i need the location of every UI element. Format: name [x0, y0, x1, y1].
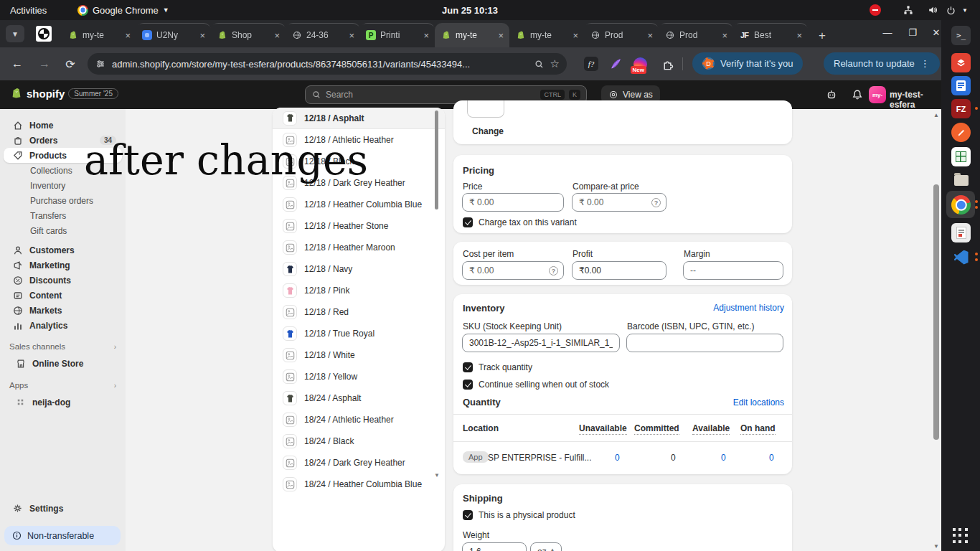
dock-calc-app-icon[interactable] — [951, 147, 971, 166]
adjustment-history-link[interactable]: Adjustment history — [713, 303, 784, 313]
unavailable-value[interactable]: 0 — [615, 453, 620, 463]
bookmark-star-icon[interactable]: ☆ — [550, 57, 560, 70]
variant-row[interactable]: 12/18 / Heather Stone — [273, 215, 445, 237]
compare-price-help-icon[interactable]: ? — [651, 198, 661, 207]
forward-button[interactable]: → — [36, 55, 53, 72]
weight-input[interactable] — [462, 542, 527, 551]
tab-close-icon[interactable]: × — [573, 30, 578, 41]
edition-badge[interactable]: Summer '25 — [68, 88, 118, 99]
extension-feather-icon[interactable] — [607, 55, 624, 72]
browser-tab[interactable]: JFBest× — [733, 23, 808, 47]
col-unavailable[interactable]: Unavailable — [579, 423, 627, 435]
dock-chrome-icon[interactable] — [951, 195, 971, 215]
browser-menu-icon[interactable]: ⋮ — [920, 58, 930, 69]
dock-vscode-icon[interactable] — [951, 248, 971, 267]
window-minimize-button[interactable]: — — [880, 27, 895, 38]
sidebar-item-content[interactable]: Content — [4, 288, 122, 303]
sidebar-item-purchase-orders[interactable]: Purchase orders — [4, 193, 122, 208]
variant-row[interactable]: 12/18 / Red — [273, 301, 445, 323]
dock-report-app-icon[interactable] — [951, 223, 971, 242]
available-value[interactable]: 0 — [721, 453, 726, 463]
tab-close-icon[interactable]: × — [199, 30, 205, 41]
variant-row-selected[interactable]: 12/18 / Asphalt — [273, 108, 445, 129]
variant-row[interactable]: 12/18 / Navy — [273, 258, 445, 280]
browser-tab[interactable]: Shop× — [211, 23, 286, 47]
profit-input[interactable] — [572, 261, 666, 280]
sales-channels-header[interactable]: Sales channels› — [4, 342, 122, 352]
tab-close-icon[interactable]: × — [647, 30, 653, 41]
dock-filezilla-icon[interactable]: FZ — [951, 99, 971, 118]
new-tab-button[interactable]: + — [814, 27, 831, 44]
app-menu[interactable]: Google Chrome ▼ — [77, 0, 169, 20]
shopify-logo[interactable]: shopify Summer '25 — [10, 87, 118, 100]
back-button[interactable]: ← — [9, 55, 26, 72]
sidebar-item-marketing[interactable]: Marketing — [4, 258, 122, 273]
scroll-down-icon[interactable]: ▼ — [933, 543, 939, 550]
charge-tax-checkbox[interactable] — [463, 217, 473, 227]
variant-row[interactable]: 18/24 / Black — [273, 430, 445, 452]
tab-close-icon[interactable]: × — [125, 30, 131, 41]
site-settings-icon[interactable] — [95, 58, 106, 70]
sidebar-item-gift-cards[interactable]: Gift cards — [4, 223, 122, 238]
variant-row[interactable]: 12/18 / Yellow — [273, 366, 445, 387]
barcode-input[interactable] — [626, 334, 783, 352]
variant-row[interactable]: 12/18 / Pink — [273, 280, 445, 301]
store-name[interactable]: my-test-esfera — [890, 90, 941, 110]
sku-input[interactable] — [462, 334, 620, 352]
margin-input[interactable] — [683, 261, 783, 280]
track-quantity-checkbox[interactable] — [463, 362, 473, 372]
network-icon[interactable] — [903, 0, 914, 20]
cost-help-icon[interactable]: ? — [549, 266, 558, 276]
variant-row[interactable]: 12/18 / Heather Maroon — [273, 237, 445, 258]
physical-product-checkbox[interactable] — [463, 510, 473, 520]
tab-search-button[interactable]: ▼ — [6, 25, 24, 42]
sidebar-item-online-store[interactable]: Online Store — [4, 356, 122, 371]
volume-icon[interactable] — [927, 0, 938, 20]
zoom-icon[interactable] — [534, 59, 545, 70]
continue-selling-checkbox[interactable] — [463, 380, 473, 390]
page-scrollbar-thumb[interactable] — [933, 184, 939, 440]
tab-close-icon[interactable]: × — [274, 30, 280, 41]
variant-list-scroll-down-icon[interactable]: ▼ — [434, 472, 440, 479]
browser-tab-active[interactable]: my-te× — [435, 23, 509, 47]
activities-button[interactable]: Activities — [10, 0, 47, 20]
variant-row[interactable]: 18/24 / Dark Grey Heather — [273, 452, 445, 474]
sidebar-item-home[interactable]: Home — [4, 118, 122, 133]
variant-row[interactable]: 18/24 / Asphalt — [273, 387, 445, 409]
dock-mail-app-icon[interactable] — [951, 53, 971, 72]
dock-writer-app-icon[interactable] — [951, 76, 971, 95]
browser-tab[interactable]: Prod× — [659, 23, 733, 47]
page-scrollbar[interactable]: ▲ ▼ — [932, 110, 941, 551]
sidebar-item-settings[interactable]: Settings — [4, 501, 122, 516]
browser-tab[interactable]: Prod× — [584, 23, 659, 47]
browser-tab[interactable]: my-te× — [509, 23, 584, 47]
extensions-puzzle-icon[interactable] — [659, 55, 676, 72]
variant-row[interactable]: 12/18 / White — [273, 344, 445, 366]
variant-row[interactable]: 18/24 / Athletic Heather — [273, 409, 445, 430]
sidebar-item-markets[interactable]: Markets — [4, 303, 122, 318]
tab-close-icon[interactable]: × — [349, 30, 354, 41]
scroll-up-icon[interactable]: ▲ — [933, 112, 939, 118]
sidebar-item-discounts[interactable]: Discounts — [4, 273, 122, 288]
show-applications-button[interactable] — [953, 528, 969, 544]
tab-close-icon[interactable]: × — [423, 30, 429, 41]
variant-row[interactable]: 12/18 / True Royal — [273, 323, 445, 344]
price-input[interactable] — [462, 193, 564, 212]
browser-tab[interactable]: 24-36× — [286, 23, 360, 47]
address-bar[interactable]: admin.shopify.com/store/my-test-esfera/p… — [88, 53, 567, 75]
tab-close-icon[interactable]: × — [722, 30, 727, 41]
change-image-button[interactable]: Change — [472, 126, 504, 136]
col-on-hand[interactable]: On hand — [740, 423, 776, 435]
variant-row[interactable]: 18/24 / Heather Columbia Blue — [273, 474, 445, 495]
pinned-tab[interactable] — [36, 26, 52, 42]
store-avatar[interactable]: my- — [869, 86, 886, 103]
reload-button[interactable]: ⟳ — [62, 55, 79, 72]
variant-list-scrollbar[interactable] — [435, 110, 438, 209]
browser-tab[interactable]: PPrinti× — [360, 23, 435, 47]
variant-image-box[interactable] — [467, 100, 504, 118]
col-available[interactable]: Available — [692, 423, 730, 435]
col-committed[interactable]: Committed — [634, 423, 679, 435]
system-menu-chevron-icon[interactable]: ▼ — [962, 0, 968, 20]
dock-pen-app-icon[interactable] — [951, 123, 971, 142]
extension-gradient-icon[interactable]: New — [631, 55, 649, 72]
